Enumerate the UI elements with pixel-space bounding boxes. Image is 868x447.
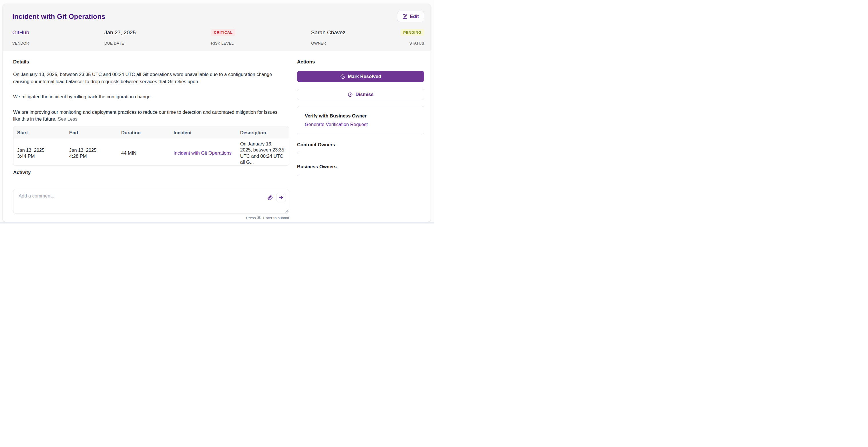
mark-resolved-label: Mark Resolved (348, 74, 381, 79)
page-title: Incident with Git Operations (9, 12, 105, 21)
contract-owners-heading: Contract Owners (297, 142, 424, 148)
edit-button[interactable]: Edit (397, 11, 424, 22)
col-header-description: Description (237, 126, 289, 139)
cell-description: On January 13, 2025, between 23:35 UTC a… (237, 139, 289, 166)
meta-due-date: Jan 27, 2025 DUE DATE (104, 29, 211, 45)
business-owners-heading: Business Owners (297, 164, 424, 169)
incident-link[interactable]: Incident with Git Operations (174, 150, 231, 156)
vendor-label: VENDOR (12, 41, 104, 45)
incident-page: Incident with Git Operations Edit GitHub… (0, 0, 434, 224)
pencil-square-icon (403, 14, 407, 19)
risk-level-badge: CRITICAL (211, 29, 235, 36)
meta-risk-level: CRITICAL RISK LEVEL (211, 29, 311, 45)
incident-table: Start End Duration Incident Description … (13, 126, 289, 166)
business-owners-value: - (297, 172, 424, 178)
due-date-label: DUE DATE (104, 41, 211, 45)
edit-button-label: Edit (410, 14, 419, 19)
meta-owner: Sarah Chavez OWNER (311, 29, 401, 45)
meta-status: PENDING STATUS (401, 29, 424, 45)
cell-incident: Incident with Git Operations (170, 148, 237, 158)
status-badge: PENDING (401, 29, 424, 36)
risk-level-label: RISK LEVEL (211, 41, 311, 45)
details-paragraph-1: On January 13, 2025, between 23:35 UTC a… (13, 71, 285, 85)
card-body: Details On January 13, 2025, between 23:… (3, 51, 431, 222)
col-header-start: Start (13, 126, 65, 139)
owner-label: OWNER (311, 41, 401, 45)
activity-heading: Activity (13, 170, 289, 175)
dismiss-button[interactable]: Dismiss (297, 89, 424, 100)
owner-value: Sarah Chavez (311, 29, 401, 36)
comment-box (13, 189, 289, 214)
mark-resolved-button[interactable]: Mark Resolved (297, 71, 424, 82)
cell-start: Jan 13, 2025 3:44 PM (13, 146, 65, 161)
header-top: Incident with Git Operations Edit (9, 11, 424, 22)
details-heading: Details (13, 59, 289, 65)
see-less-link[interactable]: See Less (58, 116, 78, 122)
meta-vendor: GitHub VENDOR (12, 29, 104, 45)
verify-card-title: Verify with Business Owner (305, 113, 416, 119)
incident-card: Incident with Git Operations Edit GitHub… (3, 4, 431, 222)
col-header-end: End (65, 126, 118, 139)
table-row: Jan 13, 2025 3:44 PM Jan 13, 2025 4:28 P… (13, 139, 289, 165)
actions-sidebar: Actions Mark Resolved Dismiss Verify wit… (297, 59, 424, 220)
verify-card: Verify with Business Owner Generate Veri… (297, 106, 424, 134)
dismiss-label: Dismiss (355, 92, 373, 97)
due-date-value: Jan 27, 2025 (104, 29, 211, 36)
details-paragraph-3: We are improving our monitoring and depl… (13, 108, 285, 123)
status-label: STATUS (401, 41, 424, 45)
main-column: Details On January 13, 2025, between 23:… (13, 59, 289, 220)
attach-file-button[interactable] (267, 194, 274, 201)
details-paragraph-2: We mitigated the incident by rolling bac… (13, 93, 285, 100)
paperclip-icon (267, 195, 273, 200)
col-header-incident: Incident (170, 126, 237, 139)
meta-row: GitHub VENDOR Jan 27, 2025 DUE DATE CRIT… (9, 29, 424, 45)
col-header-duration: Duration (118, 126, 170, 139)
contract-owners-value: - (297, 150, 424, 156)
cell-end: Jan 13, 2025 4:28 PM (65, 146, 118, 161)
card-header: Incident with Git Operations Edit GitHub… (3, 4, 431, 51)
x-circle-icon (348, 92, 353, 97)
generate-verification-link[interactable]: Generate Verification Request (305, 122, 368, 127)
comment-input[interactable] (13, 189, 289, 214)
arrow-right-icon (278, 195, 284, 200)
cell-duration: 44 MIN (118, 148, 170, 158)
vendor-link[interactable]: GitHub (12, 29, 29, 36)
submit-comment-button[interactable] (276, 193, 286, 202)
check-circle-icon (340, 74, 345, 79)
comment-actions (267, 193, 286, 202)
actions-heading: Actions (297, 59, 424, 65)
incident-table-header: Start End Duration Incident Description (13, 126, 289, 139)
submit-hint: Press ⌘+Enter to submit (13, 216, 289, 220)
